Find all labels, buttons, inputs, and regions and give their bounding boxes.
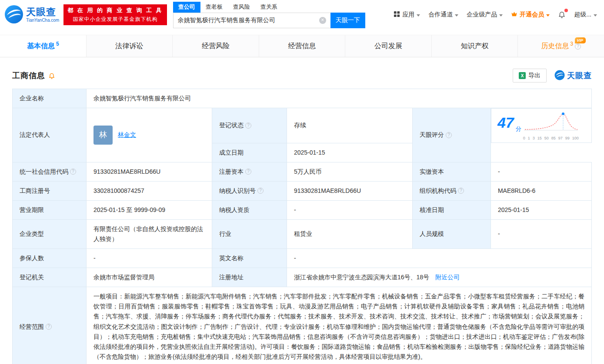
main-content: 工商信息 导出 天眼查 — [0, 69, 604, 364]
field-value-approval-date: 2025-01-15 — [491, 200, 591, 219]
export-button[interactable]: 导出 — [513, 69, 547, 83]
tab-basic-info[interactable]: 基本信息5 — [0, 35, 87, 57]
field-value-english-name: - — [287, 249, 591, 268]
nav-account-label: 超级... — [574, 11, 591, 19]
help-icon[interactable] — [245, 169, 251, 175]
field-label-english-name: 英文名称 — [212, 249, 287, 268]
slogan-line1: 都 在 用 的 商 业 查 询 工 具 — [67, 7, 163, 14]
search-button[interactable]: 天眼一下 — [330, 13, 365, 28]
field-value-business-scope: 一般项目：新能源汽车整车销售；新能源汽车电附件销售；汽车销售；汽车零部件批发；汽… — [87, 287, 592, 364]
nearby-companies-link[interactable]: 附近公司 — [435, 274, 460, 281]
help-icon[interactable] — [257, 188, 264, 194]
table-row: 统一社会信用代码 91330281MAE8RLD66U 注册资本 5万人民币 实… — [13, 162, 592, 181]
chevron-down-icon — [499, 14, 503, 17]
field-label-insured: 参保人数 — [13, 249, 87, 268]
field-label-legal-rep: 法定代表人 — [13, 108, 87, 162]
search-tabs: 查公司 查老板 查风险 查关系 — [173, 2, 365, 13]
nav-open-vip[interactable]: 开通会员 — [511, 11, 550, 19]
subscribe-bell-icon[interactable] — [48, 72, 55, 79]
chevron-down-icon — [594, 14, 597, 17]
logo-subtitle: TianYanCha.com — [26, 18, 59, 23]
legal-rep-avatar[interactable]: 林 — [93, 126, 113, 145]
search-tab-company[interactable]: 查公司 — [173, 2, 200, 13]
nav-enterprise-label: 企业级产品 — [467, 11, 497, 19]
help-icon[interactable] — [70, 169, 76, 175]
search-tab-risk[interactable]: 查风险 — [228, 2, 255, 13]
field-value-business-term: 2025-01-15 至 9999-09-09 — [87, 200, 212, 219]
field-label-business-term: 营业期限 — [13, 200, 87, 219]
tab-basic-info-label: 基本信息 — [27, 42, 55, 50]
tab-operating-info[interactable]: 经营信息 — [259, 35, 346, 57]
help-icon[interactable] — [575, 43, 581, 50]
chevron-down-icon — [417, 14, 420, 17]
tab-company-development[interactable]: 公司发展 — [345, 35, 432, 57]
field-label-org-code: 组织机构代码 — [412, 181, 491, 200]
table-row: 企业类型 有限责任公司（非自然人投资或控股的法人独资） 行业 租赁业 人员规模 … — [13, 219, 592, 248]
help-icon[interactable] — [446, 132, 452, 138]
search-tab-relation[interactable]: 查关系 — [255, 2, 283, 13]
field-label-paid-capital: 实缴资本 — [412, 162, 491, 181]
score-number: 47 — [497, 111, 514, 134]
table-row: 企业名称 余姚智氪极行汽车销售服务有限公司 — [13, 89, 592, 108]
field-label-reg-number: 工商注册号 — [13, 181, 87, 200]
field-value-org-code: MAE8RLD6-6 — [491, 181, 591, 200]
notification-badge — [564, 9, 568, 12]
field-value-taxpayer-quality: - — [287, 200, 412, 219]
field-value-industry: 租赁业 — [287, 219, 412, 248]
tab-history-info-label: 历史信息 — [541, 42, 569, 50]
score-distribution-chart: 0 1 3 15 50 85 97 99 100 — [523, 111, 588, 142]
tab-operating-risk[interactable]: 经营风险 — [173, 35, 259, 57]
field-value-reg-number: 330281000874257 — [87, 181, 212, 200]
notifications-bell[interactable] — [558, 10, 566, 20]
field-label-company-type: 企业类型 — [13, 219, 87, 248]
nav-apps[interactable]: 应用 — [394, 11, 420, 19]
table-row: 登记机关 余姚市市场监督管理局 注册地址 浙江省余姚市中意宁波生态园滨海大道16… — [13, 268, 592, 287]
field-label-approval-date: 核准日期 — [412, 200, 491, 219]
tab-operating-info-label: 经营信息 — [288, 42, 316, 50]
legal-rep-link[interactable]: 林金文 — [118, 130, 136, 140]
field-label-score: 天眼评分 — [412, 108, 491, 162]
tab-history-info-count: 3 — [570, 41, 573, 47]
watermark-text: 天眼查 — [567, 70, 592, 81]
field-label-industry: 行业 — [212, 219, 287, 248]
tianyancha-logo[interactable]: 天眼查 TianYanCha.com — [4, 5, 59, 25]
table-row: 参保人数 - 英文名称 - — [13, 249, 592, 268]
help-icon[interactable] — [458, 188, 464, 194]
field-label-company-name: 企业名称 — [13, 89, 87, 108]
field-value-score: 47 分 0 1 3 15 50 85 — [491, 108, 592, 143]
field-value-reg-status: 存续 — [287, 108, 412, 143]
nav-open-vip-label: 开通会员 — [520, 11, 544, 19]
nav-partner[interactable]: 合作通道 — [428, 11, 458, 19]
search-area: 查公司 查老板 查风险 查关系 天眼一下 — [173, 2, 365, 28]
table-row: 经营范围 一般项目：新能源汽车整车销售；新能源汽车电附件销售；汽车销售；汽车零部… — [13, 287, 592, 364]
field-value-taxpayer-id: 91330281MAE8RLD66U — [287, 181, 412, 200]
search-tab-boss[interactable]: 查老板 — [200, 2, 228, 13]
tab-legal-proceedings-label: 法律诉讼 — [115, 42, 143, 50]
field-label-credit-code: 统一社会信用代码 — [13, 162, 87, 181]
help-icon[interactable] — [46, 324, 52, 330]
field-value-company-type: 有限责任公司（非自然人投资或控股的法人独资） — [87, 219, 212, 248]
clear-input-icon[interactable] — [319, 17, 326, 24]
field-value-company-name: 余姚智氪极行汽车销售服务有限公司 — [87, 89, 592, 108]
field-value-legal-rep: 林 林金文 — [87, 108, 212, 162]
nav-account[interactable]: 超级... — [574, 11, 597, 19]
field-value-credit-code: 91330281MAE8RLD66U — [87, 162, 212, 181]
tab-basic-info-count: 5 — [56, 41, 59, 47]
header: 天眼查 TianYanCha.com 都 在 用 的 商 业 查 询 工 具 国… — [0, 0, 604, 29]
search-input[interactable] — [173, 13, 330, 28]
help-icon[interactable] — [245, 122, 251, 129]
tab-intellectual-property[interactable]: 知识产权 — [432, 35, 518, 57]
tab-legal-proceedings[interactable]: 法律诉讼 — [87, 35, 173, 57]
chevron-down-icon — [455, 14, 458, 17]
business-info-table: 企业名称 余姚智氪极行汽车销售服务有限公司 法定代表人 林 林金文 登记状态 存… — [12, 89, 592, 364]
field-label-established: 成立日期 — [212, 143, 287, 162]
field-label-staff-size: 人员规模 — [412, 219, 491, 248]
field-label-reg-authority: 登记机关 — [13, 268, 87, 287]
tab-history-info[interactable]: VIP 历史信息3 — [518, 35, 604, 57]
field-value-reg-capital: 5万人民币 — [287, 162, 412, 181]
nav-enterprise[interactable]: 企业级产品 — [467, 11, 503, 19]
table-row: 工商注册号 330281000874257 纳税人识别号 91330281MAE… — [13, 181, 592, 200]
field-label-address: 注册地址 — [212, 268, 287, 287]
logo-title: 天眼查 — [26, 7, 59, 17]
field-value-paid-capital: - — [491, 162, 591, 181]
